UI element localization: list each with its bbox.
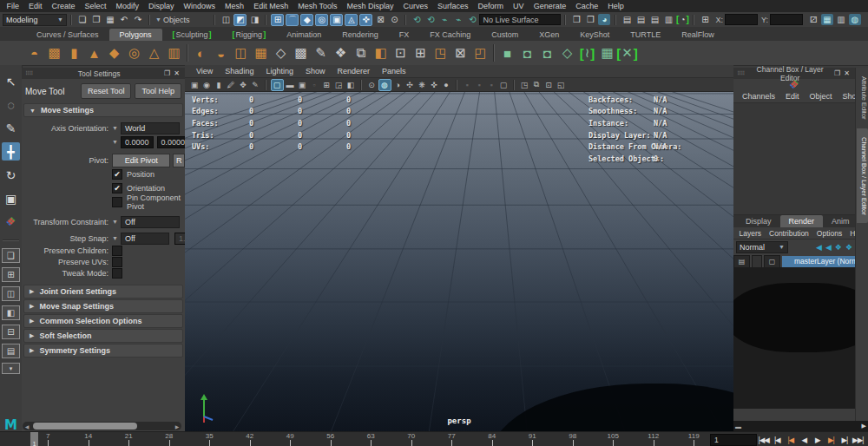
collapsed-section-header[interactable]: ▶ Symmetry Settings: [23, 344, 183, 357]
collapsed-section-header[interactable]: ▶ Soft Selection: [23, 329, 183, 343]
curve-flow[interactable]: ≀: [578, 44, 596, 62]
time-tick[interactable]: 105: [593, 432, 634, 446]
sidebar-vertical-tab[interactable]: Attribute Editor: [857, 68, 868, 128]
float-panel-icon[interactable]: ❐: [832, 69, 842, 77]
layer-editor-menu-item[interactable]: Contribution: [766, 229, 813, 238]
step-back-key-button[interactable]: |◀: [784, 433, 798, 446]
chevron-down-icon[interactable]: ▼: [112, 139, 121, 145]
selection-mask-label[interactable]: Objects: [163, 16, 190, 24]
shelf-tab[interactable]: Animation: [276, 29, 332, 41]
undo[interactable]: ↶: [118, 14, 130, 25]
menu-item[interactable]: UV: [509, 2, 529, 10]
range-arrow-icon[interactable]: ▶: [862, 423, 868, 430]
layer-row[interactable]: ▤ ▢ masterLayer (Normal): [733, 255, 855, 267]
layer-editor-menu-item[interactable]: Layers: [735, 229, 766, 238]
layout-persp-graph[interactable]: ⊟: [2, 325, 20, 339]
viewport-menu-item[interactable]: Renderer: [331, 67, 376, 75]
menu-item[interactable]: Generate: [529, 2, 571, 10]
snap-display-options[interactable]: ▥: [835, 14, 847, 25]
y-coordinate-field[interactable]: [770, 14, 803, 25]
poly-pyramid[interactable]: △: [145, 44, 163, 62]
layout-single-pane[interactable]: ❑: [2, 248, 20, 263]
batch-render[interactable]: ▤: [648, 14, 661, 25]
current-frame-marker[interactable]: 1: [30, 432, 38, 446]
shelf-tab[interactable]: FX Caching: [419, 29, 481, 41]
step-snap-select[interactable]: Off: [121, 233, 169, 245]
textures-icon[interactable]: ◍: [378, 79, 391, 91]
shaded-icon[interactable]: ▬: [285, 80, 296, 90]
wire-on-shaded-icon[interactable]: ◑: [392, 80, 404, 90]
play-forwards-button[interactable]: ▶: [811, 433, 825, 446]
camera-names-icon[interactable]: ⊡: [543, 80, 555, 90]
shelf-tab[interactable]: Sculpting: [162, 29, 222, 41]
shelf-tab[interactable]: TURTLE: [620, 29, 671, 41]
live-surface-field[interactable]: No Live Surface: [479, 14, 561, 25]
time-tick[interactable]: 63: [351, 432, 391, 446]
axis-offset-y-field[interactable]: 0.0000: [157, 136, 187, 148]
xray-joints-icon[interactable]: ❋: [417, 80, 428, 90]
move-settings-section-header[interactable]: ▼ Move Settings: [23, 103, 183, 117]
target-weld[interactable]: ⊡: [391, 44, 410, 62]
layout-hypershade[interactable]: ▤: [2, 344, 20, 358]
layer-visibility-toggle[interactable]: ▤: [733, 255, 750, 268]
menu-item[interactable]: Create: [47, 2, 80, 10]
shelf-tab[interactable]: Custom: [481, 29, 529, 41]
shelf-tab[interactable]: Polygons: [109, 29, 162, 41]
lasso-tool[interactable]: ◌: [2, 95, 20, 114]
mirror[interactable]: ❖: [332, 44, 350, 62]
time-tick[interactable]: 77: [431, 432, 472, 446]
lock-selection[interactable]: ⊠: [374, 14, 386, 25]
channel-list-area[interactable]: [733, 103, 855, 215]
open-render-view[interactable]: ❒: [570, 14, 582, 25]
select-tool[interactable]: ↖: [2, 72, 20, 90]
render-settings[interactable]: ▥: [662, 14, 674, 25]
smooth[interactable]: ▦: [252, 44, 270, 62]
viewport-menu-item[interactable]: Show: [299, 67, 332, 75]
time-tick[interactable]: 112: [634, 432, 674, 446]
select-by-hierarchy[interactable]: ◫: [220, 14, 232, 25]
xray-icon[interactable]: ✣: [404, 80, 416, 90]
hscrollbar-thumb[interactable]: [33, 423, 137, 430]
time-tick[interactable]: 28: [149, 432, 190, 446]
time-tick[interactable]: 56: [311, 432, 352, 446]
close-panel-icon[interactable]: ✕: [842, 69, 852, 77]
menu-item[interactable]: Modify: [111, 2, 144, 10]
poly-sphere[interactable]: ◓: [25, 44, 43, 62]
render-current-frame[interactable]: ◕: [598, 14, 610, 25]
step-forward-frame-button[interactable]: ▶|: [838, 433, 852, 446]
extract-face-2[interactable]: ◘: [538, 44, 556, 62]
empty-layer-icon[interactable]: ❖: [835, 243, 842, 252]
gamma-icon[interactable]: ●: [441, 80, 452, 90]
shelf-icon[interactable]: [493, 44, 495, 62]
layer-renderable-toggle[interactable]: ▢: [764, 255, 780, 268]
chevron-down-icon[interactable]: ▼: [155, 16, 161, 23]
layout-four-pane[interactable]: ⊞: [2, 267, 20, 282]
channel-box-menu-item[interactable]: Edit: [780, 92, 805, 101]
render-snapshot[interactable]: ❒: [584, 14, 596, 25]
extract-face-1[interactable]: ◘: [518, 44, 536, 62]
pin-component-pivot-checkbox[interactable]: [112, 197, 122, 207]
close-panel-icon[interactable]: ✕: [172, 69, 181, 77]
menu-item[interactable]: Help: [603, 2, 629, 10]
status-counter[interactable]: ◍: [849, 14, 861, 25]
x-coordinate-field[interactable]: [725, 14, 758, 25]
time-tick[interactable]: 70: [391, 432, 432, 446]
shelf-icon[interactable]: [187, 44, 188, 62]
go-to-start-button[interactable]: |◀◀: [757, 433, 771, 446]
combine[interactable]: ◧: [372, 44, 390, 62]
time-tick[interactable]: 21: [108, 432, 149, 446]
move-tool[interactable]: ╋: [2, 142, 20, 161]
time-tick[interactable]: 35: [189, 432, 230, 446]
ipr-render[interactable]: ▤: [621, 14, 633, 25]
collapsed-section-header[interactable]: ▶ Move Snap Settings: [23, 299, 183, 313]
poly-count-icon[interactable]: ⧉: [531, 80, 542, 90]
snap-to-projected-center[interactable]: ◎: [315, 14, 328, 26]
menu-item[interactable]: Cache: [571, 2, 603, 10]
construction-history-2[interactable]: ⟲: [424, 14, 437, 25]
edit-pivot-button[interactable]: Edit Pivot: [112, 154, 170, 167]
poly-cube-green[interactable]: ◇: [558, 44, 576, 62]
redo[interactable]: ↷: [132, 14, 144, 25]
poly-cube[interactable]: ▩: [45, 44, 63, 62]
time-tick[interactable]: 119: [674, 432, 714, 446]
snap-to-points[interactable]: ◆: [300, 14, 313, 26]
